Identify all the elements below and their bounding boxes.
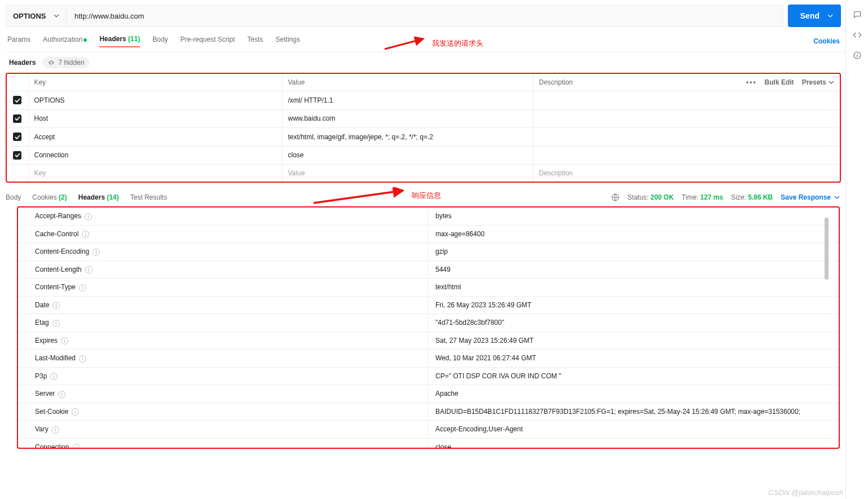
- eye-icon: [48, 59, 55, 66]
- table-row[interactable]: OPTIONS/xml/ HTTP/1.1: [7, 91, 840, 110]
- table-row: Set-CookieiBAIDUID=B15D4B1C1FD11118327B7…: [18, 403, 839, 421]
- tab-settings[interactable]: Settings: [276, 36, 300, 47]
- table-row: DateiFri, 26 May 2023 15:26:49 GMT: [18, 296, 839, 314]
- header-description[interactable]: [533, 128, 840, 147]
- method-select[interactable]: OPTIONS: [6, 5, 67, 27]
- response-header-key: Etagi: [18, 314, 429, 332]
- tab-tests[interactable]: Tests: [248, 36, 263, 47]
- status-block[interactable]: Status: 200 OK: [628, 193, 674, 201]
- scrollbar-thumb[interactable]: [825, 218, 829, 280]
- table-row[interactable]: Hostwww.baidu.com: [7, 109, 840, 128]
- info-icon[interactable]: i: [85, 266, 92, 273]
- response-headers-table: Accept-RangesibytesCache-Controlimax-age…: [17, 206, 840, 449]
- header-value[interactable]: close: [282, 146, 533, 165]
- description-input[interactable]: Description: [533, 165, 840, 182]
- method-value: OPTIONS: [13, 12, 46, 20]
- time-block[interactable]: Time: 127 ms: [682, 193, 724, 201]
- tab-prerequest[interactable]: Pre-request Script: [180, 36, 235, 47]
- checkbox-icon[interactable]: [13, 133, 21, 141]
- info-icon[interactable]: i: [50, 373, 58, 380]
- checkbox-icon[interactable]: [13, 96, 21, 104]
- cookies-link[interactable]: Cookies: [813, 37, 840, 45]
- table-row: Content-Typeitext/html: [18, 279, 839, 297]
- header-value[interactable]: www.baidu.com: [282, 109, 533, 128]
- response-header-key: Last-Modifiedi: [18, 350, 429, 368]
- table-row: Etagi"4d71-5bd28c3bf7800": [18, 314, 839, 332]
- info-icon[interactable]: i: [72, 408, 79, 416]
- send-label: Send: [800, 11, 819, 20]
- presets-button[interactable]: Presets: [802, 78, 834, 86]
- tab-body[interactable]: Body: [152, 36, 168, 47]
- response-header-key: Content-Typei: [18, 279, 429, 297]
- header-key[interactable]: Accept: [28, 128, 282, 147]
- resp-tab-headers[interactable]: Headers (14): [78, 193, 119, 201]
- chevron-down-icon[interactable]: [827, 13, 833, 19]
- response-header-key: Datei: [18, 296, 429, 314]
- info-icon[interactable]: i: [85, 213, 92, 220]
- bulk-edit-button[interactable]: Bulk Edit: [765, 78, 794, 86]
- watermark: CSDN @jakiechaipush: [769, 488, 843, 497]
- info-icon[interactable]: i: [73, 444, 80, 448]
- size-block[interactable]: Size: 5.86 KB: [731, 193, 773, 201]
- info-icon[interactable]: [853, 51, 862, 60]
- info-icon[interactable]: i: [79, 355, 86, 363]
- table-row[interactable]: Connectionclose: [7, 146, 840, 165]
- resp-tab-test-results[interactable]: Test Results: [130, 193, 167, 201]
- send-button[interactable]: Send: [788, 5, 841, 27]
- col-key: Key: [28, 74, 282, 91]
- info-icon[interactable]: i: [79, 284, 86, 292]
- checkbox-icon[interactable]: [13, 151, 21, 160]
- table-row: Last-ModifiediWed, 10 Mar 2021 06:27:44 …: [18, 350, 839, 368]
- headers-section-label: Headers: [9, 59, 36, 67]
- table-row: Accept-Rangesibytes: [18, 207, 839, 225]
- table-row-new[interactable]: KeyValueDescription: [7, 165, 840, 182]
- info-icon[interactable]: i: [61, 337, 68, 345]
- resp-tab-cookies[interactable]: Cookies (2): [32, 193, 67, 201]
- tab-authorization[interactable]: Authorization: [43, 36, 87, 47]
- header-value[interactable]: text/html, image/gif, image/jepe, *; q=.…: [282, 128, 533, 147]
- response-header-key: Expiresi: [18, 332, 429, 350]
- chevron-down-icon: [829, 80, 834, 85]
- key-input[interactable]: Key: [28, 165, 282, 182]
- table-row[interactable]: Accepttext/html, image/gif, image/jepe, …: [7, 128, 840, 147]
- header-description[interactable]: [533, 109, 840, 128]
- response-header-key: Content-Encodingi: [18, 243, 429, 261]
- info-icon[interactable]: i: [82, 231, 89, 238]
- header-description[interactable]: [533, 91, 840, 110]
- header-key[interactable]: Host: [28, 109, 282, 128]
- resp-tab-body[interactable]: Body: [6, 193, 21, 201]
- url-input[interactable]: http://www.baidu.com: [67, 5, 783, 27]
- info-icon[interactable]: i: [52, 320, 60, 327]
- table-row: P3piCP=" OTI DSP COR IVA OUR IND COM ": [18, 367, 839, 385]
- info-icon[interactable]: i: [92, 249, 100, 256]
- code-icon[interactable]: [853, 30, 862, 39]
- more-options-icon[interactable]: •••: [746, 78, 757, 86]
- header-key[interactable]: OPTIONS: [28, 91, 282, 110]
- chevron-down-icon: [834, 195, 840, 200]
- network-icon[interactable]: [611, 193, 620, 202]
- checkbox-icon[interactable]: [13, 114, 21, 123]
- tab-params[interactable]: Params: [7, 36, 30, 47]
- save-response-button[interactable]: Save Response: [781, 193, 840, 201]
- header-value[interactable]: /xml/ HTTP/1.1: [282, 91, 533, 110]
- svg-rect-5: [857, 55, 857, 57]
- table-row: Content-Encodingigzip: [18, 243, 839, 261]
- header-description[interactable]: [533, 146, 840, 165]
- tab-headers[interactable]: Headers (11): [99, 35, 140, 47]
- info-icon[interactable]: i: [52, 426, 59, 434]
- hidden-headers-toggle[interactable]: 7 hidden: [42, 57, 90, 68]
- table-row: Cache-Controlimax-age=86400: [18, 225, 839, 243]
- svg-point-4: [857, 54, 857, 54]
- info-icon[interactable]: i: [52, 302, 60, 309]
- response-header-value: Wed, 10 Mar 2021 06:27:44 GMT: [429, 350, 839, 368]
- value-input[interactable]: Value: [282, 165, 533, 182]
- col-description: Description ••• Bulk Edit Presets: [533, 74, 840, 91]
- response-header-value: text/html: [429, 279, 839, 297]
- response-header-value: 5449: [429, 260, 839, 279]
- info-icon[interactable]: i: [58, 391, 65, 398]
- comment-icon[interactable]: [853, 10, 862, 19]
- header-key[interactable]: Connection: [28, 146, 282, 165]
- request-headers-table: Key Value Description ••• Bulk Edit Pres…: [6, 73, 841, 183]
- response-header-value: BAIDUID=B15D4B1C1FD11118327B7F93D13F2105…: [429, 403, 839, 421]
- response-header-value: Accept-Encoding,User-Agent: [429, 421, 839, 439]
